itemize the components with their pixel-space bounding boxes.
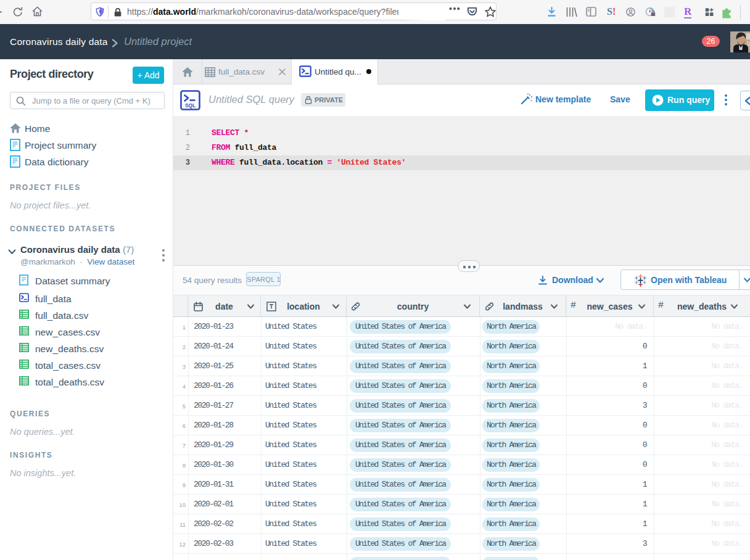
svg-text:SQL: SQL <box>185 103 196 109</box>
